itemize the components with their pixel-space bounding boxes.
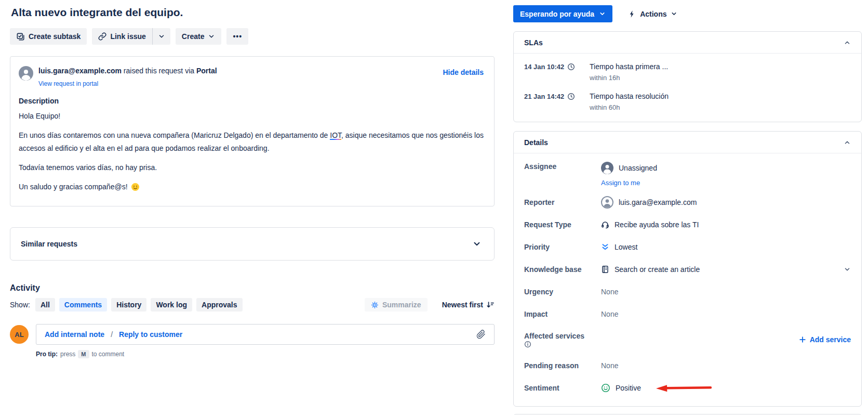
field-label: Request Type: [524, 220, 601, 229]
field-label: Knowledge base: [524, 265, 601, 274]
field-sentiment: Sentiment Positive: [524, 377, 851, 399]
link-issue-label: Link issue: [110, 32, 145, 41]
field-assignee: Assignee Unassigned Assign to me: [524, 158, 851, 191]
iot-highlighted-term[interactable]: IOT: [330, 131, 341, 140]
field-pending-reason: Pending reason None: [524, 354, 851, 377]
chevron-down-icon: [599, 10, 606, 17]
slas-panel-header[interactable]: SLAs: [514, 32, 861, 54]
reply-to-customer-link[interactable]: Reply to customer: [119, 330, 182, 339]
status-label: Esperando por ayuda: [520, 10, 594, 18]
sla-deadline: 14 Jan 10:42: [524, 62, 582, 71]
urgency-value[interactable]: None: [601, 288, 851, 296]
raised-request-text: luis.gara@example.com raised this reques…: [38, 66, 217, 88]
chevron-down-icon: [208, 33, 215, 40]
hide-details-link[interactable]: Hide details: [443, 66, 484, 76]
create-label: Create: [182, 32, 205, 41]
knowledge-base-value[interactable]: Search or create an article: [601, 265, 851, 274]
add-service-button[interactable]: Add service: [799, 335, 851, 344]
actions-dropdown-button[interactable]: Actions: [628, 10, 677, 18]
field-label: Affected services: [524, 331, 601, 348]
sla-row: 21 Jan 14:42 Tiempo hasta resolución wit…: [524, 92, 851, 111]
chevron-down-icon: [671, 10, 677, 17]
paperclip-icon[interactable]: [476, 330, 486, 339]
sparkle-icon: [371, 301, 379, 309]
filter-all[interactable]: All: [35, 298, 55, 312]
details-panel: Details Assignee Unassigned: [513, 131, 862, 407]
chevron-up-icon[interactable]: [844, 39, 851, 46]
link-issue-dropdown-button[interactable]: [153, 28, 170, 45]
current-user-avatar[interactable]: AL: [10, 325, 29, 344]
description-paragraph: Todavía tenemos varios días, no hay pris…: [19, 161, 484, 174]
field-label: Urgency: [524, 287, 601, 296]
link-icon: [98, 32, 106, 41]
show-label: Show:: [10, 301, 30, 309]
add-internal-note-link[interactable]: Add internal note: [45, 330, 104, 339]
pending-reason-value[interactable]: None: [601, 361, 851, 370]
assignee-value[interactable]: Unassigned: [601, 162, 657, 174]
sla-name: Tiempo hasta resolución: [590, 92, 669, 101]
sort-order-button[interactable]: Newest first: [442, 301, 495, 309]
lightning-icon: [628, 10, 636, 18]
view-request-in-portal-link[interactable]: View request in portal: [38, 79, 98, 88]
activity-title: Activity: [10, 283, 495, 293]
article-icon: [601, 265, 609, 274]
sla-goal: within 16h: [590, 74, 668, 82]
description-body: Description Hola Equipo! En unos días co…: [19, 97, 484, 193]
priority-value[interactable]: Lowest: [601, 243, 851, 251]
field-label: Pending reason: [524, 361, 601, 370]
filter-approvals[interactable]: Approvals: [196, 298, 242, 312]
chevron-down-icon: [158, 33, 165, 40]
priority-lowest-icon: [601, 243, 609, 251]
reporter-avatar-icon: [19, 66, 33, 81]
sort-label: Newest first: [442, 301, 483, 309]
keyboard-shortcut-m: M: [78, 350, 89, 358]
field-impact: Impact None: [524, 303, 851, 325]
summarize-button[interactable]: Summarize: [365, 298, 428, 312]
assign-to-me-link[interactable]: Assign to me: [601, 179, 640, 187]
filter-history[interactable]: History: [111, 298, 146, 312]
link-issue-button[interactable]: Link issue: [92, 28, 152, 45]
similar-requests-panel[interactable]: Similar requests: [10, 227, 495, 261]
smiley-positive-icon: [601, 383, 610, 393]
field-priority: Priority Lowest: [524, 236, 851, 258]
field-label: Sentiment: [524, 383, 601, 393]
field-label: Reporter: [524, 198, 601, 207]
slas-title: SLAs: [524, 38, 543, 47]
avatar-icon: [601, 196, 613, 209]
sla-name: Tiempo hasta primera ...: [590, 62, 668, 71]
reporter-value[interactable]: luis.gara@example.com: [601, 196, 851, 209]
field-label: Impact: [524, 309, 601, 319]
filter-worklog[interactable]: Work log: [151, 298, 192, 312]
impact-value[interactable]: None: [601, 310, 851, 318]
chevron-down-icon[interactable]: [472, 239, 482, 249]
request-type-value[interactable]: Recibe ayuda sobre las TI: [601, 221, 851, 229]
red-annotation-arrow: [655, 383, 713, 393]
more-actions-button[interactable]: •••: [226, 28, 248, 45]
subtask-icon: [16, 32, 25, 41]
sla-info: Tiempo hasta resolución within 60h: [590, 92, 669, 111]
actions-label: Actions: [640, 10, 666, 18]
status-dropdown-button[interactable]: Esperando por ayuda: [513, 5, 612, 22]
create-subtask-button[interactable]: Create subtask: [10, 28, 87, 45]
description-greeting: Hola Equipo!: [19, 110, 484, 123]
filter-comments[interactable]: Comments: [59, 298, 107, 312]
field-request-type: Request Type Recibe ayuda sobre las TI: [524, 213, 851, 236]
activity-filter-row: Show: All Comments History Work log Appr…: [10, 298, 495, 312]
link-issue-button-group: Link issue: [92, 28, 170, 45]
issue-view: Alta nuevo integrante del equipo. Create…: [0, 0, 868, 415]
affected-services-value: Add service: [601, 335, 851, 344]
issue-sidebar: Esperando por ayuda Actions SLAs: [513, 5, 862, 415]
field-knowledge-base: Knowledge base Search or create an artic…: [524, 258, 851, 280]
details-panel-header[interactable]: Details: [514, 132, 861, 153]
comment-input-box[interactable]: Add internal note / Reply to customer: [36, 324, 495, 345]
plus-icon: [799, 336, 806, 343]
comment-composer-row: AL Add internal note / Reply to customer: [10, 325, 495, 345]
issue-toolbar: Create subtask Link issue Create: [10, 28, 495, 45]
info-icon[interactable]: [524, 341, 601, 348]
create-button[interactable]: Create: [176, 28, 222, 45]
chevron-up-icon[interactable]: [844, 139, 851, 146]
smiley-emoji-icon: [131, 183, 140, 191]
ellipsis-icon: •••: [233, 32, 242, 41]
sla-goal: within 60h: [590, 103, 669, 111]
chevron-down-icon[interactable]: [844, 266, 851, 273]
